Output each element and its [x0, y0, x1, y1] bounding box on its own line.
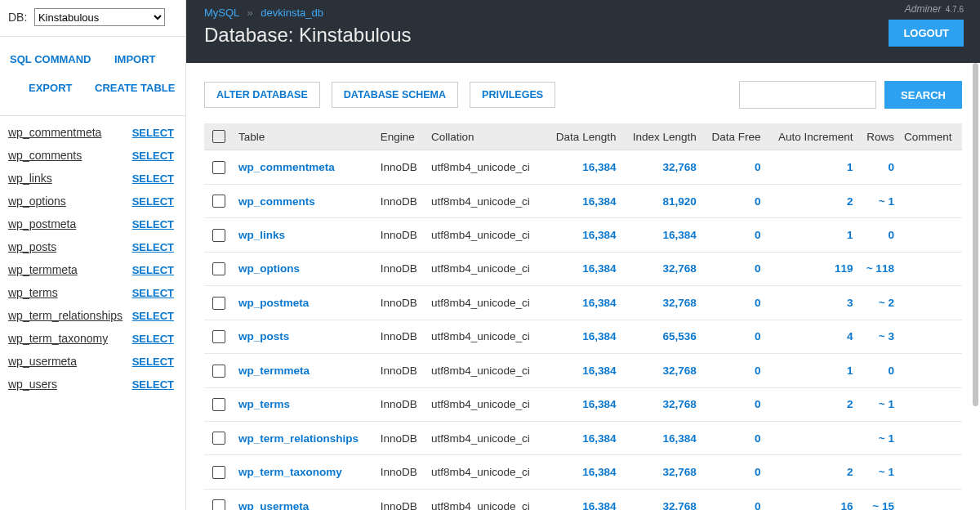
sidebar-table-link[interactable]: wp_links	[8, 172, 52, 185]
col-data-free[interactable]: Data Free	[702, 123, 766, 150]
cell-index-length[interactable]: 32,768	[621, 354, 701, 387]
db-dropdown[interactable]: Kinstabulous	[34, 8, 165, 26]
cell-index-length[interactable]: 32,768	[621, 489, 701, 510]
cell-index-length[interactable]: 32,768	[621, 286, 701, 320]
search-button[interactable]: SEARCH	[884, 81, 962, 109]
sidebar-select-link[interactable]: SELECT	[132, 333, 174, 345]
cell-auto-increment[interactable]: 1	[765, 150, 858, 184]
cell-index-length[interactable]: 16,384	[621, 421, 701, 454]
cell-data-free[interactable]: 0	[702, 286, 766, 320]
cell-table[interactable]: wp_options	[234, 252, 376, 285]
cell-data-free[interactable]: 0	[702, 354, 766, 387]
cell-table[interactable]: wp_term_relationships	[234, 421, 376, 454]
export-link[interactable]: EXPORT	[8, 77, 93, 105]
create-table-link[interactable]: CREATE TABLE	[93, 77, 178, 105]
cell-data-length[interactable]: 16,384	[545, 320, 621, 353]
logout-button[interactable]: LOGOUT	[889, 20, 964, 47]
sidebar-table-link[interactable]: wp_options	[8, 195, 66, 208]
cell-auto-increment[interactable]: 1	[765, 354, 858, 387]
col-index-length[interactable]: Index Length	[621, 123, 701, 150]
cell-data-length[interactable]: 16,384	[545, 455, 621, 489]
col-data-length[interactable]: Data Length	[545, 123, 621, 150]
cell-rows[interactable]: ~ 2	[858, 286, 899, 320]
row-checkbox[interactable]	[212, 466, 225, 479]
row-checkbox[interactable]	[212, 365, 225, 378]
row-checkbox[interactable]	[212, 229, 225, 242]
cell-data-free[interactable]: 0	[702, 320, 766, 353]
sidebar-select-link[interactable]: SELECT	[132, 241, 174, 253]
cell-rows[interactable]: ~ 1	[858, 387, 899, 421]
sidebar-select-link[interactable]: SELECT	[132, 264, 174, 276]
cell-data-length[interactable]: 16,384	[545, 150, 621, 184]
cell-data-length[interactable]: 16,384	[545, 489, 621, 510]
sidebar-table-link[interactable]: wp_users	[8, 378, 57, 391]
cell-data-free[interactable]: 0	[702, 218, 766, 252]
cell-data-free[interactable]: 0	[702, 184, 766, 217]
select-all-checkbox[interactable]	[212, 130, 225, 143]
sidebar-table-link[interactable]: wp_terms	[8, 286, 58, 299]
cell-auto-increment[interactable]: 2	[765, 387, 858, 421]
sql-command-link[interactable]: SQL COMMAND	[8, 48, 93, 77]
row-checkbox[interactable]	[212, 398, 225, 411]
cell-auto-increment[interactable]: 2	[765, 455, 858, 489]
sidebar-select-link[interactable]: SELECT	[132, 356, 174, 368]
cell-rows[interactable]: ~ 15	[858, 489, 899, 510]
row-checkbox[interactable]	[212, 330, 225, 343]
cell-index-length[interactable]: 81,920	[621, 184, 701, 217]
sidebar-select-link[interactable]: SELECT	[132, 150, 174, 162]
cell-index-length[interactable]: 65,536	[621, 320, 701, 353]
cell-auto-increment[interactable]: 1	[765, 218, 858, 252]
sidebar-select-link[interactable]: SELECT	[132, 195, 174, 208]
sidebar-select-link[interactable]: SELECT	[132, 218, 174, 230]
sidebar-select-link[interactable]: SELECT	[132, 378, 174, 391]
database-schema-button[interactable]: DATABASE SCHEMA	[332, 82, 458, 108]
sidebar-table-link[interactable]: wp_comments	[8, 149, 82, 162]
import-link[interactable]: IMPORT	[93, 48, 178, 77]
cell-table[interactable]: wp_commentmeta	[234, 150, 376, 184]
cell-index-length[interactable]: 32,768	[621, 150, 701, 184]
row-checkbox[interactable]	[212, 297, 225, 310]
sidebar-select-link[interactable]: SELECT	[132, 127, 174, 139]
cell-data-length[interactable]: 16,384	[545, 421, 621, 454]
cell-rows[interactable]: ~ 118	[858, 252, 899, 285]
row-checkbox[interactable]	[212, 499, 225, 510]
cell-table[interactable]: wp_postmeta	[234, 286, 376, 320]
cell-table[interactable]: wp_comments	[234, 184, 376, 217]
row-checkbox[interactable]	[212, 161, 225, 174]
breadcrumb-server[interactable]: MySQL	[204, 7, 239, 19]
cell-index-length[interactable]: 32,768	[621, 252, 701, 285]
cell-auto-increment[interactable]: 4	[765, 320, 858, 353]
cell-data-free[interactable]: 0	[702, 489, 766, 510]
cell-rows[interactable]: ~ 1	[858, 455, 899, 489]
cell-auto-increment[interactable]	[765, 421, 858, 454]
sidebar-table-link[interactable]: wp_term_relationships	[8, 309, 122, 322]
cell-table[interactable]: wp_links	[234, 218, 376, 252]
cell-table[interactable]: wp_posts	[234, 320, 376, 353]
search-input[interactable]	[739, 81, 876, 109]
col-engine[interactable]: Engine	[376, 123, 426, 150]
sidebar-select-link[interactable]: SELECT	[132, 310, 174, 322]
cell-table[interactable]: wp_termmeta	[234, 354, 376, 387]
cell-table[interactable]: wp_terms	[234, 387, 376, 421]
cell-rows[interactable]: ~ 1	[858, 421, 899, 454]
cell-index-length[interactable]: 16,384	[621, 218, 701, 252]
cell-data-length[interactable]: 16,384	[545, 286, 621, 320]
cell-data-free[interactable]: 0	[702, 252, 766, 285]
alter-database-button[interactable]: ALTER DATABASE	[204, 82, 320, 108]
scrollbar[interactable]	[973, 63, 978, 406]
cell-index-length[interactable]: 32,768	[621, 455, 701, 489]
col-table[interactable]: Table	[234, 123, 376, 150]
cell-data-length[interactable]: 16,384	[545, 218, 621, 252]
cell-index-length[interactable]: 32,768	[621, 387, 701, 421]
col-auto-increment[interactable]: Auto Increment	[765, 123, 858, 150]
cell-rows[interactable]: 0	[858, 218, 899, 252]
cell-auto-increment[interactable]: 3	[765, 286, 858, 320]
cell-auto-increment[interactable]: 119	[765, 252, 858, 285]
cell-data-free[interactable]: 0	[702, 150, 766, 184]
privileges-button[interactable]: PRIVILEGES	[470, 82, 555, 108]
sidebar-table-link[interactable]: wp_usermeta	[8, 355, 77, 368]
cell-data-length[interactable]: 16,384	[545, 184, 621, 217]
sidebar-select-link[interactable]: SELECT	[132, 287, 174, 299]
cell-data-length[interactable]: 16,384	[545, 354, 621, 387]
cell-data-length[interactable]: 16,384	[545, 252, 621, 285]
